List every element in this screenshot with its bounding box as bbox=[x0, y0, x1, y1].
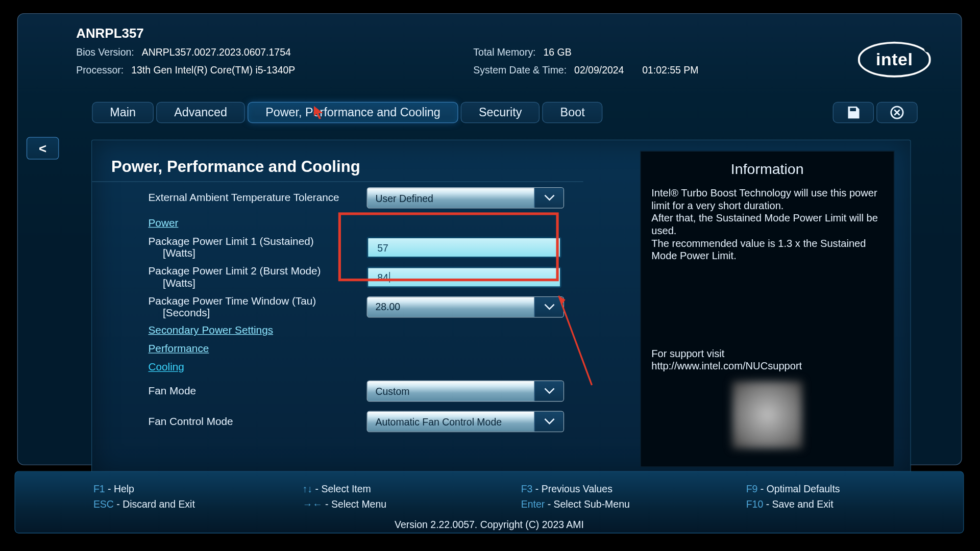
tau-label: Package Power Time Window (Tau) [Seconds… bbox=[149, 295, 367, 319]
text-caret bbox=[389, 272, 389, 283]
datetime-label: System Date & Time: bbox=[473, 64, 567, 76]
f9-key: F9 bbox=[746, 483, 758, 494]
f10-key: F10 bbox=[746, 498, 764, 510]
performance-link[interactable]: Performance bbox=[149, 343, 605, 355]
fan-mode-value: Custom bbox=[368, 382, 534, 402]
tab-security[interactable]: Security bbox=[461, 102, 540, 123]
save-button[interactable] bbox=[833, 102, 874, 123]
ambient-temp-label: External Ambient Temperature Tolerance bbox=[149, 192, 367, 204]
fan-control-mode-dropdown[interactable]: Automatic Fan Control Mode bbox=[367, 411, 565, 433]
chevron-down-icon bbox=[534, 188, 564, 208]
secondary-power-link[interactable]: Secondary Power Settings bbox=[149, 324, 605, 336]
memory-label: Total Memory: bbox=[473, 46, 535, 58]
date-value: 02/09/2024 bbox=[574, 64, 624, 76]
tabs: Main Advanced Power, Performance and Coo… bbox=[92, 102, 602, 123]
chevron-down-icon bbox=[534, 382, 564, 402]
save-icon bbox=[845, 105, 861, 120]
processor-label: Processor: bbox=[76, 64, 124, 76]
f1-key: F1 bbox=[93, 483, 105, 494]
board-name: ANRPL357 bbox=[76, 26, 961, 41]
fan-control-mode-label: Fan Control Mode bbox=[149, 416, 367, 428]
tau-value: 28.00 bbox=[368, 297, 534, 317]
updown-key: ↑↓ bbox=[303, 483, 312, 494]
memory-value: 16 GB bbox=[544, 46, 572, 58]
tab-main[interactable]: Main bbox=[92, 102, 154, 123]
esc-key: ESC bbox=[93, 498, 114, 510]
info-text-2: After that, the Sustained Mode Power Lim… bbox=[651, 212, 878, 236]
fan-control-mode-value: Automatic Fan Control Mode bbox=[368, 412, 534, 432]
pl2-input[interactable]: 84 bbox=[367, 267, 561, 288]
enter-key: Enter bbox=[521, 498, 545, 510]
tab-power-performance-cooling[interactable]: Power, Performance and Cooling bbox=[248, 102, 458, 123]
info-title: Information bbox=[651, 161, 883, 178]
qr-code-placeholder bbox=[732, 382, 802, 449]
version-text: Version 2.22.0057. Copyright (C) 2023 AM… bbox=[15, 518, 963, 530]
tau-dropdown[interactable]: 28.00 bbox=[367, 296, 565, 318]
support-label: For support visit bbox=[651, 348, 724, 360]
back-button[interactable]: < bbox=[27, 137, 59, 159]
fan-mode-dropdown[interactable]: Custom bbox=[367, 381, 565, 402]
page-title: Power, Performance and Cooling bbox=[92, 140, 583, 182]
processor-value: 13th Gen Intel(R) Core(TM) i5-1340P bbox=[131, 64, 295, 76]
bios-version-value: ANRPL357.0027.2023.0607.1754 bbox=[142, 46, 291, 58]
ambient-temp-value: User Defined bbox=[368, 188, 534, 208]
leftright-key: →← bbox=[303, 498, 323, 510]
intel-logo: intel bbox=[858, 42, 931, 78]
chevron-down-icon bbox=[534, 297, 564, 317]
footer-help-bar: F1 - Help ESC - Discard and Exit ↑↓ - Se… bbox=[15, 471, 964, 533]
f3-key: F3 bbox=[521, 483, 533, 494]
tab-boot[interactable]: Boot bbox=[543, 102, 603, 123]
close-circle-icon bbox=[889, 105, 905, 120]
support-url: http://www.intel.com/NUCsupport bbox=[651, 360, 802, 371]
info-text-1: Intel® Turbo Boost Technology will use t… bbox=[651, 187, 877, 211]
fan-mode-label: Fan Mode bbox=[149, 385, 367, 397]
pl1-input[interactable]: 57 bbox=[367, 237, 561, 259]
info-text-3: The recommended value is 1.3 x the Susta… bbox=[651, 237, 866, 261]
header: ANRPL357 Bios Version: ANRPL357.0027.202… bbox=[18, 14, 961, 85]
exit-button[interactable] bbox=[876, 102, 917, 123]
pl1-label: Package Power Limit 1 (Sustained) [Watts… bbox=[149, 236, 367, 260]
time-value: 01:02:55 PM bbox=[642, 64, 698, 76]
ambient-temp-dropdown[interactable]: User Defined bbox=[367, 187, 565, 209]
chevron-down-icon bbox=[534, 412, 564, 432]
bios-version-label: Bios Version: bbox=[76, 46, 134, 58]
tab-advanced[interactable]: Advanced bbox=[156, 102, 245, 123]
info-panel: Information Intel® Turbo Boost Technolog… bbox=[640, 151, 894, 467]
cooling-link[interactable]: Cooling bbox=[149, 362, 605, 373]
pl2-label: Package Power Limit 2 (Burst Mode) [Watt… bbox=[149, 265, 367, 290]
power-section-link[interactable]: Power bbox=[149, 217, 605, 229]
